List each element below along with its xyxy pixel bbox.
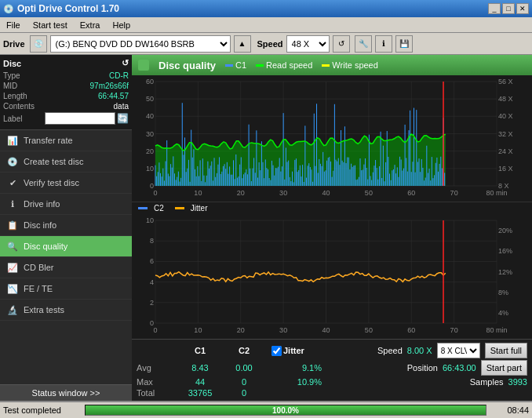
- sidebar-item-disc-quality[interactable]: 🔍 Disc quality: [0, 236, 132, 257]
- drive-info-label: Drive info: [24, 199, 60, 209]
- samples-val: 3993: [508, 377, 527, 387]
- drive-label: Drive: [3, 39, 25, 49]
- length-label: Length: [3, 92, 27, 100]
- contents-label: Contents: [3, 102, 35, 111]
- menu-start-test[interactable]: Start test: [30, 20, 71, 31]
- info-button[interactable]: ℹ: [375, 35, 392, 53]
- sidebar-item-disc-info[interactable]: 📋 Disc info: [0, 215, 132, 236]
- drive-info-icon: ℹ: [6, 198, 19, 210]
- c2-legend-dot: [138, 207, 148, 209]
- disc-label-label: Label: [3, 114, 22, 123]
- create-disc-label: Create test disc: [24, 157, 83, 166]
- max-jitter-val: 10.9%: [282, 377, 322, 387]
- jitter-legend-dot: [175, 207, 184, 209]
- sidebar-item-extra-tests[interactable]: 🔬 Extra tests: [0, 300, 132, 321]
- total-c2-val: 0: [224, 388, 264, 398]
- col-c2-header: C2: [224, 346, 264, 355]
- max-c2-val: 0: [224, 377, 264, 387]
- minimize-button[interactable]: _: [488, 3, 501, 14]
- disc-label-icon[interactable]: 🔄: [117, 113, 129, 124]
- disc-info-label: Disc info: [24, 220, 56, 230]
- total-label: Total: [137, 388, 176, 398]
- transfer-rate-icon: 📊: [6, 134, 19, 147]
- sidebar-item-transfer-rate[interactable]: 📊 Transfer rate: [0, 130, 132, 151]
- drive-bar: Drive 💿 (G:) BENQ DVD DD DW1640 BSRB ▲ S…: [0, 33, 532, 55]
- disc-quality-icon: 🔍: [6, 240, 19, 253]
- write-speed-legend-dot: [322, 64, 330, 67]
- disc-label-input[interactable]: [45, 112, 115, 125]
- total-c1-val: 33765: [180, 388, 220, 398]
- speed-stat-label: Speed: [377, 346, 403, 355]
- type-label: Type: [3, 71, 20, 80]
- maximize-button[interactable]: □: [502, 3, 515, 14]
- contents-value: data: [114, 102, 129, 111]
- status-window-button[interactable]: Status window >>: [0, 384, 132, 401]
- settings-button[interactable]: 🔧: [355, 35, 372, 53]
- mid-label: MID: [3, 82, 17, 90]
- write-speed-legend-label: Write speed: [332, 60, 378, 70]
- app-icon: 💿: [3, 4, 14, 14]
- avg-c2-val: 0.00: [224, 363, 264, 373]
- fe-te-label: FE / TE: [24, 284, 53, 293]
- status-bar: Test completed 100.0% 08:44: [0, 401, 532, 418]
- read-speed-legend-label: Read speed: [266, 60, 312, 70]
- sidebar-item-cd-bler[interactable]: 📈 CD Bler: [0, 257, 132, 278]
- chart-container: C2 Jitter: [132, 75, 532, 339]
- refresh-button[interactable]: ↺: [333, 35, 350, 53]
- eject-button[interactable]: ▲: [234, 35, 251, 53]
- status-text: Test completed: [3, 405, 82, 415]
- drive-select[interactable]: (G:) BENQ DVD DD DW1640 BSRB: [50, 35, 231, 53]
- avg-c1-val: 8.43: [180, 363, 220, 373]
- content-area: Disc quality C1 Read speed Write speed: [132, 55, 532, 401]
- chart-top: [132, 75, 532, 202]
- disc-info-icon: 📋: [6, 219, 19, 231]
- disc-quality-title: Disc quality: [159, 60, 216, 71]
- col-c1-header: C1: [180, 346, 220, 355]
- menu-extra[interactable]: Extra: [77, 20, 104, 31]
- start-full-button[interactable]: Start full: [485, 343, 527, 358]
- disc-quality-icon-badge: [138, 60, 149, 71]
- position-val: 66:43.00: [443, 363, 476, 373]
- mid-value: 97m26s66f: [90, 82, 129, 90]
- sidebar-item-fe-te[interactable]: 📉 FE / TE: [0, 278, 132, 300]
- clv-select[interactable]: 8 X CLV: [437, 343, 480, 358]
- time-display: 08:44: [490, 405, 529, 415]
- disc-info-panel: Disc ↺ Type CD-R MID 97m26s66f Length 66…: [0, 55, 132, 130]
- c1-chart-canvas: [132, 75, 532, 202]
- drive-icon: 💿: [30, 35, 47, 53]
- c2-jitter-chart-canvas: [132, 214, 532, 339]
- fe-te-icon: 📉: [6, 282, 19, 295]
- progress-bar: 100.0%: [85, 405, 486, 416]
- disc-quality-label: Disc quality: [24, 242, 67, 251]
- start-part-button[interactable]: Start part: [481, 360, 527, 376]
- close-button[interactable]: ✕: [516, 3, 529, 14]
- sidebar-item-drive-info[interactable]: ℹ Drive info: [0, 194, 132, 215]
- transfer-rate-label: Transfer rate: [24, 136, 73, 145]
- position-label: Position: [407, 363, 438, 373]
- chart-bottom: [132, 214, 532, 339]
- sidebar: Disc ↺ Type CD-R MID 97m26s66f Length 66…: [0, 55, 132, 401]
- menu-help[interactable]: Help: [109, 20, 133, 31]
- length-value: 66:44.57: [98, 92, 129, 100]
- disc-refresh-icon[interactable]: ↺: [122, 58, 129, 68]
- jitter-checkbox[interactable]: [271, 346, 282, 356]
- create-disc-icon: 💿: [6, 155, 19, 168]
- speed-label: Speed: [257, 39, 283, 49]
- speed-stat-val: 8.00 X: [407, 346, 432, 355]
- sidebar-item-verify-test-disc[interactable]: ✔ Verify test disc: [0, 173, 132, 194]
- main-area: Disc ↺ Type CD-R MID 97m26s66f Length 66…: [0, 55, 532, 401]
- sidebar-item-create-test-disc[interactable]: 💿 Create test disc: [0, 151, 132, 173]
- max-label: Max: [137, 377, 176, 387]
- save-button[interactable]: 💾: [395, 35, 413, 53]
- disc-panel-title: Disc: [3, 59, 21, 68]
- type-value: CD-R: [109, 71, 129, 80]
- title-bar: 💿 Opti Drive Control 1.70 _ □ ✕: [0, 0, 532, 17]
- menu-bar: File Start test Extra Help: [0, 17, 532, 33]
- progress-text: 100.0%: [86, 405, 486, 416]
- menu-file[interactable]: File: [3, 20, 24, 31]
- c1-legend-dot: [225, 64, 233, 67]
- speed-select[interactable]: 48 X: [286, 35, 330, 53]
- samples-label: Samples: [470, 377, 504, 387]
- read-speed-legend-dot: [256, 64, 264, 67]
- avg-label: Avg: [137, 363, 176, 373]
